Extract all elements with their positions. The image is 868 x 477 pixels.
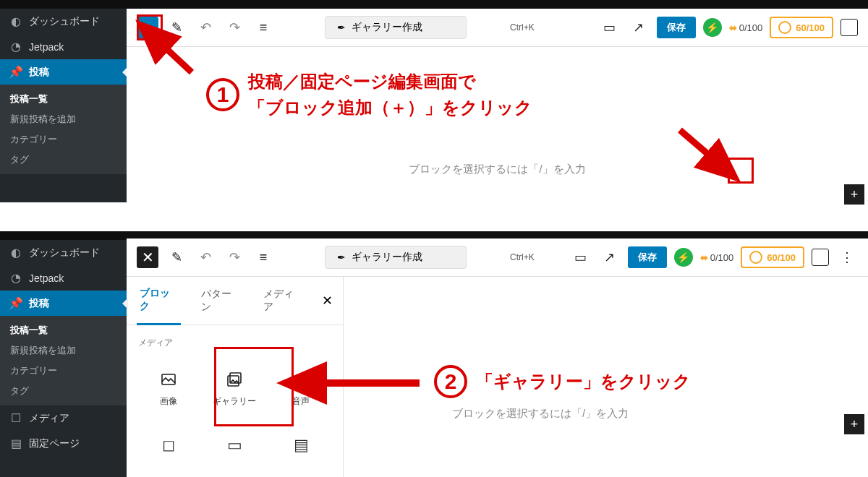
external-link-icon[interactable]: ↗ [628,17,650,38]
jetpack-icon: ◔ [9,40,23,53]
seo-score-2[interactable]: 60/100 [741,246,804,268]
device-preview-icon[interactable]: ▭ [570,246,592,268]
save-button[interactable]: 保存 [657,17,696,38]
annotation-number: 1 [206,78,239,111]
sidebar-item-jetpack[interactable]: ◔ Jetpack [0,265,127,291]
sidebar-label: 固定ページ [29,437,80,450]
sidebar-item-media[interactable]: ☐ メディア [0,405,127,431]
annotation-arrow-3 [304,372,427,397]
sidebar-sub-posts-list[interactable]: 投稿一覧 [0,320,127,340]
seo-icon: ⬌ [700,252,708,263]
sidebar-label: Jetpack [29,41,64,53]
list-view-icon[interactable]: ≡ [252,17,274,38]
pin-icon: 📌 [9,65,23,79]
device-preview-icon[interactable]: ▭ [599,17,621,38]
svg-line-1 [680,130,716,161]
sidebar-label: 投稿 [29,297,49,310]
add-block-button[interactable]: + [137,17,158,38]
seo-score-1[interactable]: ⬌0/100 [729,22,763,33]
media-icon: ☐ [9,411,23,425]
sidebar-sub-tags[interactable]: タグ [0,381,127,401]
sidebar-toggle-icon[interactable] [841,19,858,36]
more-icon[interactable]: ⋮ [836,246,858,268]
sidebar-sub-posts-new[interactable]: 新規投稿を追加 [0,340,127,361]
seo-score-2[interactable]: 60/100 [770,17,833,38]
annotation-step-2: 2 「ギャラリー」をクリック [434,365,691,398]
pin-icon: 📌 [9,296,23,310]
block-mediatext[interactable]: ▤ [271,425,331,465]
sidebar-sub-categories[interactable]: カテゴリー [0,129,127,150]
list-view-icon[interactable]: ≡ [252,246,274,268]
redo-icon[interactable]: ↷ [224,17,245,38]
shortcut-hint: Ctrl+K [510,252,535,262]
edit-mode-icon[interactable]: ✎ [166,17,187,38]
external-link-icon[interactable]: ↗ [599,246,621,268]
pen-icon: ✒ [337,252,346,263]
dashboard-icon: ◐ [9,14,23,28]
annotation-arrow-1 [152,36,203,82]
sidebar-submenu-posts: 投稿一覧 新規投稿を追加 カテゴリー タグ [0,316,127,405]
tab-blocks[interactable]: ブロック [137,277,181,325]
sidebar-item-posts[interactable]: 📌 投稿 [0,291,127,316]
document-title[interactable]: ✒ ギャラリー作成 [325,246,467,269]
tab-media[interactable]: メディア [260,278,305,324]
sidebar-sub-posts-new[interactable]: 新規投稿を追加 [0,109,127,129]
sidebar-sub-categories[interactable]: カテゴリー [0,361,127,381]
admin-bar [127,231,868,239]
image-icon [160,371,177,388]
title-text: ギャラリー作成 [352,251,422,264]
sidebar-item-posts[interactable]: 📌 投稿 [0,59,127,85]
block-image[interactable]: 画像 [138,359,199,419]
screenshot-1: ◐ ダッシュボード ◔ Jetpack 📌 投稿 投稿一覧 新規投稿を追加 カテ… [0,0,868,202]
sidebar-sub-tags[interactable]: タグ [0,150,127,170]
undo-icon[interactable]: ↶ [195,17,216,38]
admin-sidebar: ◐ ダッシュボード ◔ Jetpack 📌 投稿 投稿一覧 新規投稿を追加 カテ… [0,231,127,477]
redo-icon[interactable]: ↷ [224,246,245,268]
page-icon: ▤ [9,437,23,450]
block-placeholder-text: ブロックを選択するには「/」を入力 [452,407,846,421]
admin-bar [127,0,868,9]
gear-icon [778,21,791,34]
folder-icon: ▭ [226,437,243,454]
mediatext-icon: ▤ [292,437,310,454]
block-gallery[interactable]: ギャラリー [205,359,265,419]
annotation-number: 2 [434,365,467,398]
title-text: ギャラリー作成 [352,21,422,34]
close-icon[interactable]: ✕ [322,293,333,309]
sidebar-label: メディア [29,412,69,425]
gear-icon [749,251,762,264]
sidebar-item-pages[interactable]: ▤ 固定ページ [0,431,127,456]
inline-add-block-button[interactable]: + [844,414,864,434]
sidebar-label: 投稿 [29,66,49,79]
gallery-icon [226,371,243,388]
sidebar-item-jetpack[interactable]: ◔ Jetpack [0,34,127,59]
status-badge[interactable]: ⚡ [674,248,693,267]
editor-main: ✕ ✎ ↶ ↷ ≡ ✒ ギャラリー作成 Ctrl+K ▭ ↗ 保存 ⚡ ⬌0/1… [127,231,868,477]
inserter-tabs: ブロック パターン メディア ✕ [127,277,343,325]
document-title[interactable]: ✒ ギャラリー作成 [325,16,467,39]
status-badge[interactable]: ⚡ [703,18,722,37]
sidebar-label: Jetpack [29,272,64,284]
save-button[interactable]: 保存 [628,246,667,268]
sidebar-toggle-icon[interactable] [812,249,829,266]
tab-patterns[interactable]: パターン [198,278,242,324]
admin-sidebar: ◐ ダッシュボード ◔ Jetpack 📌 投稿 投稿一覧 新規投稿を追加 カテ… [0,0,127,202]
edit-mode-icon[interactable]: ✎ [166,246,187,268]
close-inserter-button[interactable]: ✕ [137,246,158,268]
inline-add-block-button[interactable]: + [844,184,864,205]
category-label: メディア [138,337,331,349]
sidebar-sub-posts-list[interactable]: 投稿一覧 [0,89,127,109]
block-cover[interactable]: ◻ [138,425,199,465]
dashboard-icon: ◐ [9,246,23,259]
sidebar-item-dashboard[interactable]: ◐ ダッシュボード [0,9,127,34]
annotation-step-1: 1 投稿／固定ページ編集画面で「ブロック追加（＋）」をクリック [206,69,532,121]
editor-toolbar: ✕ ✎ ↶ ↷ ≡ ✒ ギャラリー作成 Ctrl+K ▭ ↗ 保存 ⚡ ⬌0/1… [127,239,868,277]
undo-icon[interactable]: ↶ [195,246,216,268]
seo-score-1[interactable]: ⬌0/100 [700,252,734,263]
sidebar-label: ダッシュボード [29,246,100,259]
sidebar-item-dashboard[interactable]: ◐ ダッシュボード [0,240,127,265]
editor-toolbar: + ✎ ↶ ↷ ≡ ✒ ギャラリー作成 Ctrl+K ▭ ↗ 保存 ⚡ ⬌0/1… [127,9,868,47]
block-file[interactable]: ▭ [205,425,265,465]
jetpack-icon: ◔ [9,271,23,285]
pen-icon: ✒ [337,22,346,33]
